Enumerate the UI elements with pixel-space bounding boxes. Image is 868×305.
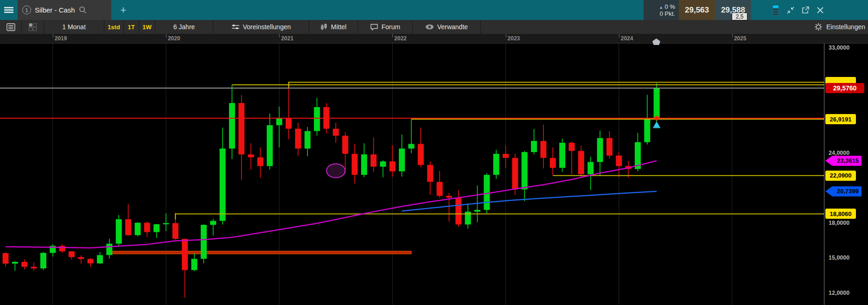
signal-triangle-marker[interactable]	[653, 121, 660, 128]
candle	[40, 252, 46, 270]
layout-button[interactable]	[22, 20, 44, 34]
year-label: 2020	[168, 35, 180, 42]
ellipse-annotation[interactable]	[326, 164, 345, 178]
collapse-window-icon[interactable]	[785, 0, 797, 20]
bid-button[interactable]: 29,563	[679, 0, 715, 20]
open-external-icon[interactable]	[799, 0, 811, 20]
gear-icon	[814, 23, 823, 31]
add-tab-button[interactable]: +	[115, 0, 132, 20]
presets-button[interactable]: Voreinstellungen	[213, 20, 309, 34]
year-label: 2025	[734, 35, 747, 42]
candle	[3, 252, 9, 267]
hamburger-menu-button[interactable]	[0, 0, 18, 20]
candle	[559, 139, 565, 172]
candle	[229, 85, 235, 159]
candle	[616, 152, 622, 177]
chart-area[interactable]	[0, 44, 824, 305]
change-panel: ▲0 % 0 Pkt.	[644, 0, 679, 20]
tab-title: Silber - Cash	[35, 6, 75, 14]
time-axis[interactable]: 2019202020212022202320242025	[0, 34, 868, 44]
timeframe-day-label: 1T	[128, 24, 134, 31]
chart-toolbar: 1 Monat 1std 1T 1W 6 Jahre Voreinstellun…	[0, 20, 868, 34]
tab-silber-cash[interactable]: 1 Silber - Cash	[18, 0, 111, 20]
price-badge: 18,8060	[825, 209, 856, 219]
year-tick	[392, 34, 393, 38]
candle	[295, 123, 301, 156]
candlestick-chart[interactable]	[0, 44, 824, 305]
candle	[446, 193, 452, 222]
candle	[134, 222, 140, 236]
tab-number-badge: 1	[22, 6, 31, 14]
timeframe-week-label: 1W	[142, 24, 152, 31]
related-label: Verwandte	[437, 23, 468, 31]
year-tick	[53, 34, 53, 38]
price-badge: 20,7399	[825, 186, 862, 197]
candle	[597, 130, 603, 176]
year-tick	[279, 34, 280, 38]
price-badge: 22,0900	[825, 171, 856, 181]
candle	[578, 146, 584, 178]
candle	[220, 127, 226, 224]
year-tick	[506, 34, 506, 38]
year-tick	[166, 34, 166, 38]
candle	[587, 157, 594, 190]
range-button[interactable]: 6 Jahre	[155, 20, 213, 34]
candle	[569, 141, 575, 174]
timeframe-month-label: 1 Monat	[62, 23, 86, 31]
timeframe-day-button[interactable]: 1T	[124, 20, 139, 34]
candle	[286, 82, 292, 139]
watchlist-button[interactable]	[0, 20, 22, 34]
price-tick-label: 18,0000	[829, 220, 849, 226]
alert-dot-marker[interactable]	[654, 116, 659, 121]
candle	[201, 224, 207, 263]
timeframe-hour-button[interactable]: 1std	[104, 20, 124, 34]
candle	[455, 190, 461, 227]
candle	[21, 259, 27, 269]
candle	[31, 262, 37, 270]
indicators-label: Mittel	[331, 23, 346, 31]
change-percent: 0 %	[665, 3, 675, 10]
settings-label: Einstellungen	[826, 23, 865, 31]
hamburger-icon	[4, 6, 13, 14]
spread-badge: 2,5	[732, 13, 747, 20]
candle	[361, 143, 367, 177]
forum-label: Forum	[382, 23, 400, 31]
candle	[125, 204, 131, 235]
year-label: 2019	[55, 35, 67, 42]
close-icon[interactable]	[814, 0, 826, 20]
grid-layout-icon	[28, 23, 37, 32]
candle	[427, 161, 433, 195]
eye-icon	[425, 24, 434, 30]
year-tick	[619, 34, 619, 38]
title-bar: 1 Silber - Cash + ▲0 % 0 Pkt. 29,563 29,…	[0, 0, 868, 20]
candle	[305, 127, 311, 156]
candle	[437, 171, 443, 197]
price-axis[interactable]: 33,000024,000018,000015,000012,000029,57…	[824, 44, 868, 305]
indicators-button[interactable]: Mittel	[309, 20, 358, 34]
candle	[408, 119, 415, 153]
candle	[644, 95, 650, 145]
candle	[314, 98, 320, 136]
candle	[503, 146, 509, 168]
candle	[97, 252, 103, 264]
price-tick-label: 12,0000	[829, 290, 849, 296]
timeframe-month-button[interactable]: 1 Monat	[44, 20, 104, 34]
year-label: 2024	[621, 35, 633, 42]
price-tick-label: 24,0000	[829, 150, 849, 156]
speech-bubble-icon	[370, 24, 378, 31]
candle	[531, 129, 537, 154]
settings-button[interactable]: Einstellungen	[814, 20, 865, 34]
price-tick-label: 15,0000	[829, 254, 849, 261]
related-button[interactable]: Verwandte	[413, 20, 481, 34]
candle	[116, 215, 122, 247]
range-label: 6 Jahre	[173, 23, 195, 31]
candle	[50, 244, 56, 256]
candle	[399, 134, 405, 177]
candle	[182, 239, 188, 298]
forum-button[interactable]: Forum	[358, 20, 413, 34]
candle	[550, 147, 556, 175]
year-label: 2022	[394, 35, 407, 42]
search-icon[interactable]	[79, 6, 87, 14]
timeframe-week-button[interactable]: 1W	[139, 20, 155, 34]
candle	[257, 147, 263, 178]
